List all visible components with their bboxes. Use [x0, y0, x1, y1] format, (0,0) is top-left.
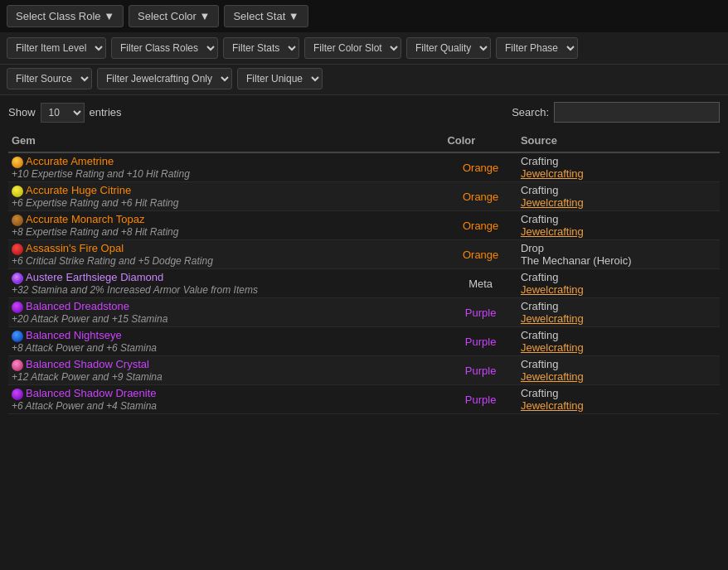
- filter-bar-1: Filter Item Level Filter Class Roles Fil…: [0, 32, 728, 65]
- gem-icon: [12, 360, 23, 371]
- source-secondary[interactable]: Jewelcrafting: [521, 312, 716, 325]
- filter-class-roles-select[interactable]: Filter Class Roles: [111, 37, 218, 59]
- filter-bar-2: Filter Source Filter Jewelcrafting Only …: [0, 65, 728, 95]
- color-cell: Orange: [444, 240, 517, 269]
- gem-stats: +8 Expertise Rating and +8 Hit Rating: [12, 226, 440, 238]
- source-secondary[interactable]: Jewelcrafting: [521, 283, 716, 296]
- gem-stats: +6 Attack Power and +4 Stamina: [12, 400, 440, 412]
- table-row: Accurate Huge Citrine+6 Expertise Rating…: [8, 182, 720, 211]
- source-primary: Crafting: [521, 387, 716, 399]
- color-cell: Orange: [444, 211, 517, 240]
- gem-cell: Accurate Ametrine+10 Expertise Rating an…: [8, 152, 444, 182]
- source-primary: Crafting: [521, 213, 716, 225]
- show-label: Show: [8, 106, 36, 118]
- color-cell: Meta: [444, 269, 517, 298]
- top-bar: Select Class Role ▼ Select Color ▼ Selec…: [0, 0, 728, 32]
- select-stat-button[interactable]: Select Stat ▼: [224, 5, 308, 27]
- gem-icon: [12, 273, 23, 284]
- table-row: Balanced Shadow Crystal+12 Attack Power …: [8, 356, 720, 385]
- gem-cell: Balanced Nightseye+8 Attack Power and +6…: [8, 327, 444, 356]
- filter-jewelcrafting-select[interactable]: Filter Jewelcrafting Only: [97, 68, 232, 89]
- gem-stats: +8 Attack Power and +6 Stamina: [12, 342, 440, 354]
- source-primary: Crafting: [521, 184, 716, 196]
- table-row: Balanced Nightseye+8 Attack Power and +6…: [8, 327, 720, 356]
- source-secondary[interactable]: Jewelcrafting: [521, 225, 716, 238]
- filter-color-slot-select[interactable]: Filter Color Slot: [304, 37, 401, 59]
- gem-cell: Assassin's Fire Opal+6 Critical Strike R…: [8, 240, 444, 269]
- gem-cell: Austere Earthsiege Diamond+32 Stamina an…: [8, 269, 444, 298]
- gem-name-link[interactable]: Austere Earthsiege Diamond: [26, 271, 163, 283]
- source-primary: Crafting: [521, 271, 716, 283]
- source-primary: Crafting: [521, 155, 716, 167]
- filter-item-level-select[interactable]: Filter Item Level: [7, 37, 106, 59]
- gem-stats: +6 Critical Strike Rating and +5 Dodge R…: [12, 255, 440, 267]
- table-row: Austere Earthsiege Diamond+32 Stamina an…: [8, 269, 720, 298]
- gem-name-link[interactable]: Accurate Ametrine: [26, 155, 114, 167]
- source-cell: CraftingJewelcrafting: [517, 327, 720, 356]
- gem-icon: [12, 157, 23, 168]
- table-row: Assassin's Fire Opal+6 Critical Strike R…: [8, 240, 720, 269]
- gem-name-link[interactable]: Balanced Shadow Draenite: [26, 387, 157, 399]
- gem-icon: [12, 244, 23, 255]
- gem-icon: [12, 215, 23, 226]
- source-secondary[interactable]: Jewelcrafting: [521, 167, 716, 180]
- source-secondary[interactable]: Jewelcrafting: [521, 370, 716, 383]
- filter-quality-select[interactable]: Filter Quality: [406, 37, 491, 59]
- search-label: Search:: [512, 106, 549, 118]
- source-primary: Crafting: [521, 300, 716, 312]
- gem-stats: +12 Attack Power and +9 Stamina: [12, 371, 440, 383]
- gem-icon: [12, 302, 23, 313]
- table-header-row: Gem Color Source: [8, 129, 720, 152]
- search-input[interactable]: [554, 102, 720, 123]
- col-color: Color: [444, 129, 517, 152]
- table-row: Balanced Shadow Draenite+6 Attack Power …: [8, 385, 720, 414]
- gem-name-link[interactable]: Balanced Dreadstone: [26, 300, 129, 312]
- filter-stats-select[interactable]: Filter Stats: [223, 37, 299, 59]
- gem-cell: Balanced Shadow Draenite+6 Attack Power …: [8, 385, 444, 414]
- table-row: Accurate Monarch Topaz+8 Expertise Ratin…: [8, 211, 720, 240]
- entries-label: entries: [90, 106, 122, 118]
- select-class-role-button[interactable]: Select Class Role ▼: [7, 5, 124, 27]
- source-cell: CraftingJewelcrafting: [517, 298, 720, 327]
- gem-stats: +6 Expertise Rating and +6 Hit Rating: [12, 197, 440, 209]
- gem-name-link[interactable]: Accurate Monarch Topaz: [26, 213, 145, 225]
- show-bar: Show 10 25 50 100 entries Search:: [0, 95, 728, 129]
- filter-source-select[interactable]: Filter Source: [7, 68, 92, 89]
- gem-stats: +32 Stamina and 2% Increased Armor Value…: [12, 284, 440, 296]
- gem-icon: [12, 331, 23, 342]
- source-secondary[interactable]: Jewelcrafting: [521, 196, 716, 209]
- source-cell: CraftingJewelcrafting: [517, 385, 720, 414]
- color-cell: Orange: [444, 182, 517, 211]
- gem-cell: Balanced Shadow Crystal+12 Attack Power …: [8, 356, 444, 385]
- source-cell: DropThe Mechanar (Heroic): [517, 240, 720, 269]
- filter-phase-select[interactable]: Filter Phase: [496, 37, 578, 59]
- main-content: Gem Color Source Accurate Ametrine+10 Ex…: [0, 129, 728, 414]
- source-secondary[interactable]: Jewelcrafting: [521, 341, 716, 354]
- color-cell: Purple: [444, 356, 517, 385]
- source-primary: Crafting: [521, 329, 716, 341]
- gem-stats: +10 Expertise Rating and +10 Hit Rating: [12, 168, 440, 180]
- source-cell: CraftingJewelcrafting: [517, 269, 720, 298]
- entries-select[interactable]: 10 25 50 100: [41, 103, 85, 123]
- table-row: Balanced Dreadstone+20 Attack Power and …: [8, 298, 720, 327]
- select-color-button[interactable]: Select Color ▼: [129, 5, 219, 27]
- color-cell: Purple: [444, 385, 517, 414]
- source-cell: CraftingJewelcrafting: [517, 211, 720, 240]
- color-cell: Purple: [444, 298, 517, 327]
- source-secondary[interactable]: Jewelcrafting: [521, 399, 716, 412]
- gem-name-link[interactable]: Balanced Nightseye: [26, 329, 122, 341]
- gem-name-link[interactable]: Accurate Huge Citrine: [26, 184, 131, 196]
- color-cell: Orange: [444, 152, 517, 182]
- gem-name-link[interactable]: Assassin's Fire Opal: [26, 242, 124, 254]
- col-source: Source: [517, 129, 720, 152]
- source-cell: CraftingJewelcrafting: [517, 182, 720, 211]
- table-row: Accurate Ametrine+10 Expertise Rating an…: [8, 152, 720, 182]
- source-cell: CraftingJewelcrafting: [517, 356, 720, 385]
- col-gem: Gem: [8, 129, 444, 152]
- source-cell: CraftingJewelcrafting: [517, 152, 720, 182]
- gem-cell: Balanced Dreadstone+20 Attack Power and …: [8, 298, 444, 327]
- filter-unique-select[interactable]: Filter Unique: [237, 68, 323, 89]
- gem-name-link[interactable]: Balanced Shadow Crystal: [26, 358, 149, 370]
- gem-icon: [12, 389, 23, 400]
- gems-table: Gem Color Source Accurate Ametrine+10 Ex…: [8, 129, 720, 414]
